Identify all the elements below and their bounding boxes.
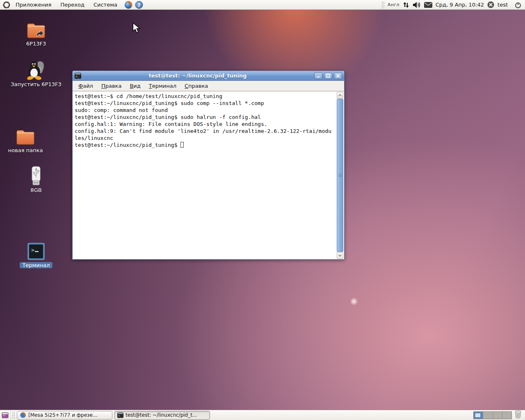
usb-drive-icon (30, 166, 42, 186)
menu-help[interactable]: Справка (180, 82, 212, 90)
task-label: test@test: ~/linuxcnc/pid_t... (126, 412, 197, 418)
desktop-icon-label: Терминал (20, 262, 52, 268)
terminal-output: test@test:~$ cd /home/test/linuxcnc/pid_… (73, 91, 344, 148)
volume-icon[interactable] (413, 1, 421, 9)
scrollbar-thumb[interactable] (337, 99, 343, 252)
terminal-launcher-icon: > (27, 242, 46, 261)
menu-places[interactable]: Переход (56, 0, 89, 9)
terminal-cursor (180, 142, 184, 148)
menu-system[interactable]: Система (89, 0, 121, 9)
taskbar-drag-handle[interactable] (12, 411, 15, 419)
ubuntu-logo-icon[interactable] (2, 1, 11, 9)
desktop-icon-run-6p13f3[interactable]: Запустить 6P13F3 (11, 59, 61, 87)
desktop-icon-label: 8GB (30, 187, 41, 193)
terminal-line: config.hal:9: Can't find module 'line4to… (75, 128, 334, 135)
user-menu[interactable]: test (498, 2, 508, 8)
terminal-line: test@test:~/linuxcnc/pid_tuning$ sudo co… (75, 100, 334, 107)
show-desktop-button[interactable] (0, 410, 11, 420)
workspace-4[interactable] (502, 412, 511, 419)
desktop: { "top_panel": { "menus": [ { "label": "… (0, 0, 525, 420)
window-titlebar[interactable]: >_ test@test: ~/linuxcnc/pid_tuning (73, 71, 344, 81)
desktop-icon-label: Запустить 6P13F3 (11, 81, 61, 87)
top-panel: Приложения Переход Система (0, 0, 525, 10)
minimize-button[interactable] (314, 72, 322, 79)
terminal-icon: >_ (75, 73, 81, 79)
desktop-icon-label: 6P13F3 (26, 41, 46, 47)
mail-icon[interactable] (424, 2, 432, 8)
task-button-terminal[interactable]: >_ test@test: ~/linuxcnc/pid_t... (114, 411, 210, 420)
keyboard-layout-indicator[interactable]: Англ (388, 2, 399, 7)
terminal-prompt-line: test@test:~/linuxcnc/pid_tuning$ (75, 142, 334, 148)
desktop-icon-label: новая папка (8, 147, 43, 153)
svg-text:>: > (31, 247, 34, 253)
workspace-3[interactable] (493, 412, 502, 419)
bottom-taskbar: [Mesa 5i25+7i77 и фрезе... >_ test@test:… (0, 410, 525, 420)
svg-text:>_: >_ (76, 75, 80, 78)
terminal-content[interactable]: test@test:~$ cd /home/test/linuxcnc/pid_… (73, 91, 344, 259)
user-status-icon[interactable] (487, 1, 494, 8)
menu-applications[interactable]: Приложения (11, 0, 55, 9)
terminal-line: les/linuxcnc (75, 135, 334, 142)
panel-drag-handle[interactable] (381, 1, 384, 9)
desktop-icon-usb-8gb[interactable]: 8GB (11, 166, 61, 193)
window-title: test@test: ~/linuxcnc/pid_tuning (83, 73, 313, 79)
firefox-launcher-icon[interactable] (124, 0, 133, 9)
folder-shortcut-icon (26, 21, 46, 39)
desktop-icon-6p13f3[interactable]: 6P13F3 (11, 21, 61, 47)
layout-switch-icon[interactable] (403, 2, 409, 8)
mouse-cursor (132, 23, 141, 35)
terminal-line: test@test:~/linuxcnc/pid_tuning$ sudo ha… (75, 114, 334, 121)
tux-launcher-icon (25, 59, 47, 80)
workspace-switcher (473, 411, 512, 419)
trash-applet[interactable] (514, 410, 522, 420)
menu-edit[interactable]: Правка (97, 82, 126, 90)
maximize-button[interactable] (324, 72, 332, 79)
trash-icon (514, 410, 522, 418)
help-icon[interactable]: ? (135, 1, 143, 9)
terminal-window: >_ test@test: ~/linuxcnc/pid_tuning Файл… (72, 71, 345, 260)
scroll-down-button[interactable] (337, 252, 343, 259)
task-label: [Mesa 5i25+7i77 и фрезе... (28, 412, 97, 418)
power-icon[interactable] (514, 1, 522, 9)
close-button[interactable] (334, 72, 342, 79)
workspace-2[interactable] (483, 412, 493, 419)
scrollbar[interactable] (337, 92, 343, 259)
show-desktop-icon (2, 412, 9, 418)
svg-text:?: ? (137, 2, 140, 8)
terminal-line: config.hal:1: Warning: File contains DOS… (75, 121, 334, 128)
terminal-menubar: Файл Правка Вид Терминал Справка (73, 81, 344, 91)
workspace-1[interactable] (474, 412, 483, 419)
menu-file[interactable]: Файл (74, 82, 97, 90)
clock[interactable]: Срд, 9 Апр, 10:42 (436, 2, 484, 8)
folder-icon (15, 128, 36, 146)
firefox-icon (20, 412, 26, 418)
terminal-line: sudo: comp: command not found (75, 107, 334, 114)
desktop-icon-terminal[interactable]: > Терминал (11, 242, 61, 268)
menu-view[interactable]: Вид (126, 82, 144, 90)
menu-terminal[interactable]: Терминал (145, 82, 180, 90)
svg-text:>_: >_ (118, 414, 121, 417)
terminal-line: test@test:~$ cd /home/test/linuxcnc/pid_… (75, 93, 334, 100)
task-button-firefox[interactable]: [Mesa 5i25+7i77 и фрезе... (17, 411, 112, 420)
workspace-window-thumb (475, 413, 480, 417)
scroll-up-button[interactable] (337, 92, 343, 98)
prompt-text: test@test:~/linuxcnc/pid_tuning$ (75, 142, 177, 148)
terminal-icon: >_ (117, 412, 123, 418)
desktop-icon-new-folder[interactable]: новая папка (1, 128, 50, 153)
